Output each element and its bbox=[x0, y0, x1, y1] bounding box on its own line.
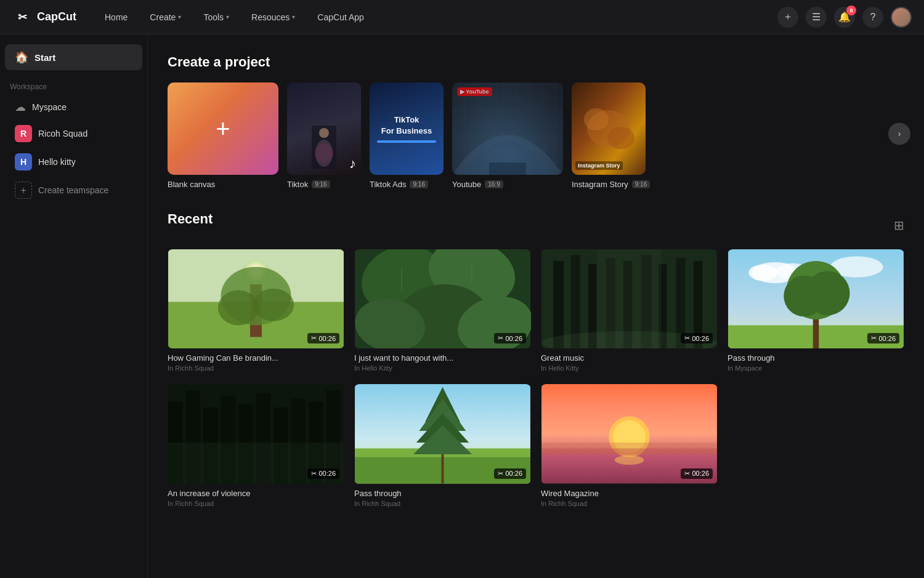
recent-title-6: Wired Magazine bbox=[541, 489, 718, 498]
recent-meta-4: In Richh Squad bbox=[168, 500, 344, 507]
scissors-icon-6: ✂ bbox=[684, 470, 690, 478]
myspace-label: Myspace bbox=[32, 102, 67, 112]
instagram-label: Instagram Story 9:16 bbox=[572, 180, 650, 189]
sidebar-create-teamspace[interactable]: ＋ Create teamspace bbox=[5, 176, 142, 204]
svg-point-39 bbox=[748, 265, 777, 281]
recent-thumb-2: ✂ 00:26 bbox=[541, 249, 718, 348]
duration-badge-6: ✂ 00:26 bbox=[681, 468, 713, 479]
notification-badge: 8 bbox=[846, 6, 856, 15]
blank-plus-icon: + bbox=[216, 115, 230, 143]
sidebar-start-item[interactable]: 🏠 Start bbox=[5, 44, 142, 70]
recent-card-2[interactable]: ✂ 00:26 Great music In Hello Kitty bbox=[541, 249, 718, 374]
svg-point-15 bbox=[218, 290, 259, 325]
tiktok-bg: ♪ bbox=[287, 82, 361, 175]
template-tiktok-ads[interactable]: TikTokFor Business Tiktok Ads 9:16 bbox=[370, 82, 444, 189]
nav-capcut-app[interactable]: CapCut App bbox=[314, 10, 368, 25]
recent-meta-2: In Hello Kitty bbox=[541, 364, 718, 372]
recent-card-1[interactable]: ✂ 00:26 I just want to hangout with... I… bbox=[354, 249, 531, 374]
svg-point-3 bbox=[315, 140, 333, 167]
grid-view-button[interactable]: ⊞ bbox=[894, 218, 904, 233]
template-list: + Blank canvas ♪ bbox=[168, 82, 904, 189]
tiktok-logo-icon: ♪ bbox=[349, 156, 356, 172]
duration-badge-5: ✂ 00:26 bbox=[494, 468, 526, 479]
template-instagram[interactable]: Instagram Story Instagram Story 9:16 bbox=[572, 82, 650, 189]
main-content: Create a project + Blank canvas bbox=[148, 34, 924, 578]
create-teamspace-label: Create teamspace bbox=[38, 185, 108, 195]
recent-thumb-4: ✂ 00:26 bbox=[168, 384, 344, 483]
help-button[interactable]: ? bbox=[862, 7, 883, 28]
add-button[interactable]: ＋ bbox=[777, 7, 798, 28]
tiktok-ads-label: Tiktok Ads 9:16 bbox=[370, 180, 444, 189]
svg-point-8 bbox=[584, 108, 609, 130]
duration-badge-2: ✂ 00:26 bbox=[681, 333, 713, 343]
duration-badge-3: ✂ 00:26 bbox=[867, 333, 899, 343]
sidebar-item-myspace[interactable]: ☁ Myspace bbox=[5, 95, 142, 119]
recent-card-4[interactable]: ✂ 00:26 An increase of violence In Richh… bbox=[168, 384, 344, 509]
youtube-bg: ▶ YouTube bbox=[452, 82, 563, 175]
nav-create[interactable]: Create ▾ bbox=[146, 10, 185, 25]
sidebar-item-hellokitty[interactable]: H Hello kitty bbox=[5, 148, 142, 176]
template-youtube[interactable]: ▶ YouTube bbox=[452, 82, 563, 189]
recent-info-1: I just want to hangout with... In Hello … bbox=[354, 348, 531, 374]
nav-resources[interactable]: Resouces ▾ bbox=[248, 10, 299, 25]
recent-meta-6: In Richh Squad bbox=[541, 500, 718, 507]
recent-meta-5: In Richh Squad bbox=[354, 500, 531, 507]
create-teamspace-icon: ＋ bbox=[15, 182, 32, 199]
nav-home[interactable]: Home bbox=[101, 10, 131, 25]
recent-card-6[interactable]: ✂ 00:26 Wired Magazine In Richh Squad bbox=[541, 384, 718, 509]
nav-tools[interactable]: Tools ▾ bbox=[200, 10, 233, 25]
capcut-logo-icon: ✂ bbox=[12, 7, 32, 27]
cloud-icon: ☁ bbox=[15, 100, 26, 114]
main-layout: 🏠 Start Workspace ☁ Myspace R Ricoh Squa… bbox=[0, 34, 924, 578]
tiktok-ratio: 9:16 bbox=[312, 180, 330, 188]
scissors-icon-0: ✂ bbox=[311, 334, 317, 342]
top-navigation: ✂ CapCut Home Create ▾ Tools ▾ Resouces … bbox=[0, 0, 924, 34]
instagram-story-text: Instagram Story bbox=[575, 161, 623, 170]
hellokitty-label: Hello kitty bbox=[38, 157, 76, 167]
home-icon: 🏠 bbox=[15, 50, 28, 64]
scissors-icon-5: ✂ bbox=[498, 470, 503, 478]
recent-meta-1: In Hello Kitty bbox=[354, 364, 531, 372]
recent-card-0[interactable]: ✂ 00:26 How Gaming Can Be brandin... In … bbox=[168, 249, 344, 374]
recent-meta-3: In Myspace bbox=[727, 364, 904, 372]
recent-thumb-3: ✂ 00:26 bbox=[727, 249, 904, 348]
duration-badge-4: ✂ 00:26 bbox=[307, 468, 339, 479]
notifications-button[interactable]: 🔔 8 bbox=[834, 7, 855, 28]
tiktok-ads-bar bbox=[377, 140, 436, 143]
recent-title-3: Pass through bbox=[727, 353, 904, 363]
svg-point-2 bbox=[319, 128, 329, 138]
recent-info-5: Pass through In Richh Squad bbox=[354, 484, 531, 510]
nav-actions: ＋ ☰ 🔔 8 ? bbox=[777, 7, 912, 28]
recent-meta-0: In Richh Squad bbox=[168, 364, 344, 372]
recent-thumb-5: ✂ 00:26 bbox=[354, 384, 531, 483]
scroll-right-button[interactable]: › bbox=[888, 122, 910, 145]
duration-badge-1: ✂ 00:26 bbox=[494, 333, 526, 343]
recent-card-3[interactable]: ✂ 00:26 Pass through In Myspace bbox=[727, 249, 904, 374]
ricoh-label: Ricoh Squad bbox=[38, 129, 87, 138]
recent-info-4: An increase of violence In Richh Squad bbox=[168, 484, 344, 510]
youtube-thumb: ▶ YouTube bbox=[452, 82, 563, 175]
recent-card-5[interactable]: ✂ 00:26 Pass through In Richh Squad bbox=[354, 384, 531, 509]
layout-button[interactable]: ☰ bbox=[806, 7, 827, 28]
recent-info-3: Pass through In Myspace bbox=[727, 348, 904, 374]
svg-point-62 bbox=[615, 456, 644, 465]
user-avatar[interactable] bbox=[891, 7, 912, 28]
svg-point-16 bbox=[253, 289, 294, 321]
template-blank[interactable]: + Blank canvas bbox=[168, 82, 278, 189]
blank-canvas-label: Blank canvas bbox=[168, 180, 278, 189]
sidebar: 🏠 Start Workspace ☁ Myspace R Ricoh Squa… bbox=[0, 34, 148, 578]
logo[interactable]: ✂ CapCut bbox=[12, 7, 76, 27]
recent-thumb-1: ✂ 00:26 bbox=[354, 249, 531, 348]
layout-icon: ☰ bbox=[812, 11, 821, 23]
svg-point-46 bbox=[805, 271, 849, 315]
tiktok-label: Tiktok 9:16 bbox=[287, 180, 361, 189]
svg-rect-5 bbox=[489, 163, 526, 175]
scissors-icon-3: ✂ bbox=[871, 334, 877, 342]
logo-text: CapCut bbox=[37, 10, 76, 23]
sidebar-item-ricoh[interactable]: R Ricoh Squad bbox=[5, 119, 142, 148]
recent-title-4: An increase of violence bbox=[168, 489, 344, 498]
blank-canvas-thumb: + bbox=[168, 82, 278, 175]
template-tiktok[interactable]: ♪ Tiktok 9:16 bbox=[287, 82, 361, 189]
recent-title-5: Pass through bbox=[354, 489, 531, 498]
scissors-icon-1: ✂ bbox=[498, 334, 503, 342]
